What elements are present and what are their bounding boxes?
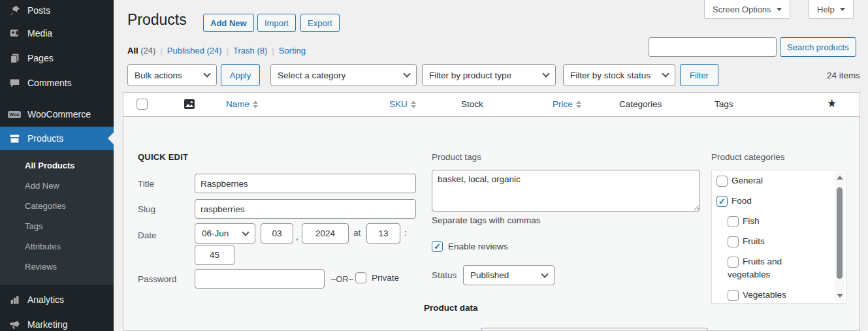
- column-label: Name: [226, 99, 249, 109]
- category-label: General: [731, 176, 763, 185]
- bulk-actions-select[interactable]: Bulk actions: [127, 64, 217, 86]
- colon-text: :: [404, 228, 407, 238]
- caret-down-icon: [840, 8, 845, 11]
- admin-sidebar: Posts Media Pages Comments Woo WooCommer: [0, 0, 114, 331]
- chevron-down-icon: [203, 70, 210, 77]
- products-submenu: All Products Add New Categories Tags Att…: [0, 150, 114, 285]
- minute-input[interactable]: [195, 245, 234, 265]
- page-title: Products: [127, 11, 187, 29]
- view-count: (24): [207, 46, 222, 55]
- category-checkbox[interactable]: [728, 216, 739, 227]
- column-header-name[interactable]: Name: [226, 99, 258, 109]
- view-published[interactable]: Published (24): [167, 46, 222, 55]
- column-header-sku[interactable]: SKU: [389, 99, 416, 109]
- category-item-fruits[interactable]: Fruits: [712, 235, 810, 255]
- sort-icon: [253, 101, 258, 108]
- chevron-down-icon: [403, 70, 410, 77]
- scroll-down-icon[interactable]: [837, 294, 843, 298]
- hour-input[interactable]: [366, 223, 400, 244]
- filter-button[interactable]: Filter: [680, 64, 718, 86]
- slug-input[interactable]: [195, 199, 416, 219]
- category-item-fish[interactable]: Fish: [712, 215, 810, 235]
- product-type-filter-value: Filter by product type: [429, 71, 511, 80]
- category-label: Fish: [743, 216, 760, 226]
- scroll-up-icon[interactable]: [837, 176, 843, 180]
- category-item-general[interactable]: General: [712, 174, 833, 195]
- view-trash[interactable]: Trash (8): [233, 46, 267, 55]
- date-label: Date: [138, 230, 157, 240]
- sort-icon: [576, 101, 581, 108]
- sidebar-item-pages[interactable]: Pages: [0, 46, 114, 71]
- screen-options-label: Screen Options: [713, 5, 771, 14]
- year-input[interactable]: [302, 223, 349, 244]
- help-button[interactable]: Help: [809, 0, 854, 19]
- search-input[interactable]: [649, 37, 777, 57]
- column-header-tags[interactable]: Tags: [715, 99, 733, 109]
- sidebar-item-comments[interactable]: Comments: [0, 71, 114, 95]
- separator: |: [227, 46, 229, 55]
- bulk-actions-value: Bulk actions: [135, 71, 182, 80]
- title-input[interactable]: [195, 174, 416, 193]
- status-value: Published: [470, 270, 509, 280]
- sku-input[interactable]: [481, 328, 708, 331]
- column-header-stock[interactable]: Stock: [461, 99, 483, 109]
- product-type-filter-select[interactable]: Filter by product type: [422, 64, 556, 86]
- export-button[interactable]: Export: [300, 14, 340, 32]
- category-checkbox[interactable]: [716, 176, 728, 187]
- view-all[interactable]: All (24): [127, 46, 155, 55]
- sidebar-separator: [0, 95, 114, 102]
- title-label: Title: [138, 179, 154, 189]
- submenu-categories[interactable]: Categories: [0, 196, 114, 216]
- search-products-button[interactable]: Search products: [780, 37, 856, 57]
- categories-scrollbar[interactable]: [835, 172, 844, 302]
- private-checkbox[interactable]: [355, 272, 366, 283]
- category-filter-select[interactable]: Select a category: [270, 64, 417, 86]
- featured-star-icon[interactable]: ★: [827, 97, 837, 110]
- submenu-all-products[interactable]: All Products: [0, 155, 114, 176]
- import-button[interactable]: Import: [257, 14, 296, 32]
- month-select[interactable]: 06-Jun: [195, 223, 255, 244]
- scrollbar-thumb[interactable]: [837, 187, 843, 279]
- category-item-food[interactable]: ✓Food: [712, 195, 833, 215]
- chevron-down-icon: [242, 229, 249, 236]
- password-input[interactable]: [195, 269, 325, 289]
- category-checkbox[interactable]: [728, 236, 739, 247]
- enable-reviews-checkbox[interactable]: ✓: [432, 241, 443, 252]
- sidebar-item-analytics[interactable]: Analytics: [0, 287, 114, 312]
- category-item-fruits-and-vegetables[interactable]: Fruits and vegetables: [712, 255, 810, 289]
- screen-options-button[interactable]: Screen Options: [704, 0, 790, 19]
- sidebar-item-marketing[interactable]: Marketing: [0, 312, 114, 331]
- category-checkbox[interactable]: [728, 257, 739, 268]
- submenu-attributes[interactable]: Attributes: [0, 236, 114, 257]
- category-checklist: General ✓Food Fish Fruits Fruits and veg…: [712, 174, 833, 304]
- product-tags-textarea[interactable]: basket, local, organic: [432, 170, 700, 212]
- tags-hint: Separate tags with commas: [432, 215, 541, 225]
- category-item-vegetables[interactable]: Vegetables: [712, 289, 810, 304]
- items-count: 24 items: [827, 71, 860, 80]
- select-all-checkbox[interactable]: [137, 99, 148, 110]
- private-label: Private: [372, 273, 399, 283]
- sidebar-item-label: WooCommerce: [27, 109, 91, 119]
- status-select[interactable]: Published: [463, 265, 555, 285]
- separator: |: [272, 46, 274, 55]
- view-sorting[interactable]: Sorting: [279, 46, 306, 55]
- category-checkbox[interactable]: [728, 290, 739, 301]
- apply-button[interactable]: Apply: [221, 64, 260, 86]
- view-label: Published: [167, 46, 204, 55]
- day-input[interactable]: [261, 223, 293, 244]
- add-new-button[interactable]: Add New: [203, 14, 254, 32]
- sidebar-item-posts[interactable]: Posts: [0, 0, 114, 21]
- category-checkbox[interactable]: ✓: [716, 196, 728, 207]
- sidebar-item-media[interactable]: Media: [0, 21, 114, 46]
- column-header-categories[interactable]: Categories: [619, 99, 662, 109]
- stock-status-filter-select[interactable]: Filter by stock status: [563, 64, 675, 86]
- category-label: Fruits: [743, 236, 765, 246]
- enable-reviews-row: ✓ Enable reviews: [432, 241, 508, 252]
- submenu-reviews[interactable]: Reviews: [0, 257, 114, 277]
- view-count: (24): [140, 46, 155, 55]
- submenu-tags[interactable]: Tags: [0, 216, 114, 236]
- sidebar-item-woocommerce[interactable]: Woo WooCommerce: [0, 102, 114, 127]
- sidebar-item-products[interactable]: Products: [0, 127, 114, 150]
- submenu-add-new[interactable]: Add New: [0, 176, 114, 196]
- column-header-price[interactable]: Price: [553, 99, 581, 109]
